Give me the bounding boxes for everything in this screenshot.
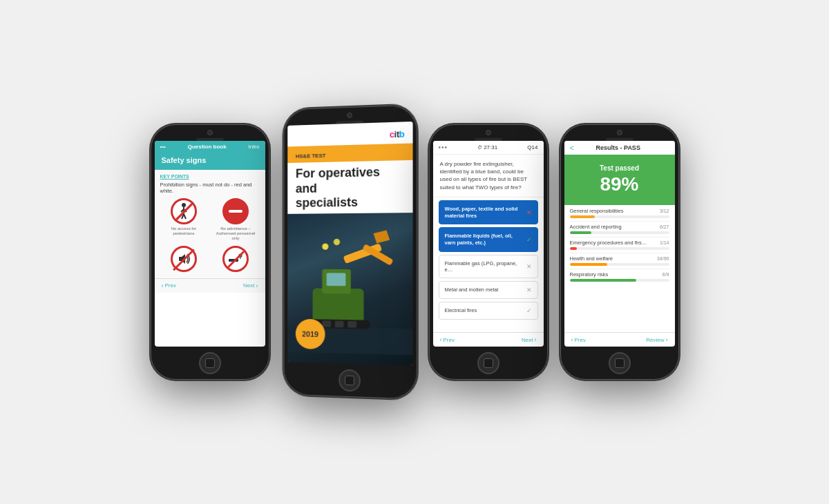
phone2-home-btn[interactable] [338, 369, 360, 392]
phone4-review-label: Review [646, 337, 664, 343]
option-4[interactable]: Metal and molten metal ✕ [439, 281, 538, 299]
result-emergency-fill [570, 247, 577, 250]
result-health-label: Health and welfare [570, 255, 613, 262]
result-respiratory: Respiratory risks 6/9 [570, 271, 669, 284]
phone-4: < Results - PASS Test passed 89% General… [560, 124, 679, 380]
phones-container: ••• Question book Intro Safety signs KEY… [137, 93, 693, 411]
svg-rect-12 [312, 288, 363, 324]
phone1-section-header: Safety signs [155, 153, 265, 170]
phone-1: ••• Question book Intro Safety signs KEY… [151, 124, 269, 380]
sign-no-entry: No admittance – Authorised personnel onl… [212, 198, 260, 242]
result-accident-label: Accident and reporting [570, 224, 622, 230]
result-accident: Accident and reporting 6/27 [570, 224, 669, 238]
phone1-title: Question book [188, 144, 227, 150]
result-emergency-label: Emergency procedures and firs… [570, 240, 647, 246]
phone3-prev-btn[interactable]: ‹ Prev [440, 336, 455, 343]
phone2-home-inner [344, 376, 354, 385]
phone3-dots: ••• [439, 144, 448, 151]
result-health-fill [570, 263, 608, 266]
option-4-icon: ✕ [526, 287, 532, 293]
result-health-score: 34/90 [657, 256, 669, 261]
option-1[interactable]: Wood, paper, textile and solid material … [439, 200, 538, 225]
phone2-heading-text: For operatives andspecialists [295, 164, 403, 211]
result-respiratory-score: 6/9 [663, 272, 669, 277]
phone1-prev-btn[interactable]: ‹ Prev [162, 282, 176, 289]
phone1-home-btn[interactable] [199, 352, 221, 374]
option-1-icon: ✕ [526, 209, 532, 216]
option-5[interactable]: Electrical fires ✓ [439, 302, 538, 320]
phone1-dots: ••• [160, 144, 166, 150]
phone2-band-text: HS&E TEST [295, 153, 325, 159]
citb-c: c [389, 129, 394, 139]
phone1-statusbar: ••• Question book Intro [155, 141, 265, 153]
option-3[interactable]: Flammable gas (LPG, propane, e… ✕ [439, 255, 538, 278]
phone2-image-area: 2019 [287, 213, 412, 366]
result-respiratory-fill [570, 279, 636, 282]
phone3-bottom-nav: ‹ Prev Next › [433, 332, 544, 347]
phone1-section-title: Safety signs [162, 156, 258, 164]
camera [207, 130, 213, 135]
phone4-home-inner [615, 358, 625, 368]
result-general: General responsibilities 3/12 [570, 208, 669, 222]
phone4-prev-btn[interactable]: ‹ Prev [571, 336, 586, 343]
phone4-statusbar: < Results - PASS [564, 141, 675, 155]
option-5-text: Electrical fires [445, 307, 524, 313]
prev-chevron: ‹ [162, 282, 164, 289]
phone4-prev-label: Prev [575, 337, 586, 343]
camera3 [486, 130, 491, 135]
svg-point-23 [333, 239, 339, 245]
phone1-next-btn[interactable]: Next › [243, 282, 258, 289]
svg-point-22 [322, 243, 328, 249]
phone3-next-btn[interactable]: Next › [522, 336, 536, 343]
sign-smoking [212, 246, 260, 274]
option-3-icon: ✕ [526, 263, 532, 270]
phone1-key-points: KEY POINTS [160, 174, 260, 179]
phone3-statusbar: ••• ⏱ 27:31 Q14 [433, 141, 544, 155]
phone3-next-label: Next [522, 337, 533, 343]
phone3-top [429, 124, 548, 141]
phone4-status-title: Results - PASS [596, 144, 640, 151]
phone2-year-badge: 2019 [295, 319, 325, 349]
citb-t: t [396, 129, 399, 139]
result-general-score: 3/12 [660, 209, 669, 213]
result-health: Health and welfare 34/90 [570, 255, 669, 269]
phone4-home-btn[interactable] [609, 352, 631, 374]
phone3-options: Wood, paper, textile and solid material … [433, 197, 544, 322]
phone3-timer: ⏱ 27:31 [477, 144, 497, 151]
phone1-signs-row1: No access for pedestrians No admittance … [160, 198, 260, 242]
phone3-question: A dry powder fire extinguisher, identifi… [433, 155, 544, 197]
phone4-review-btn[interactable]: Review › [646, 336, 667, 343]
phone-3: ••• ⏱ 27:31 Q14 A dry powder fire exting… [429, 124, 548, 380]
phone3-home-btn[interactable] [477, 352, 499, 374]
svg-rect-19 [322, 320, 331, 327]
result-respiratory-bar [570, 279, 669, 282]
phone2-top-white: citb [287, 122, 412, 146]
phone4-screen: < Results - PASS Test passed 89% General… [564, 141, 675, 347]
next-chevron: › [256, 282, 258, 289]
phone3-question-num: Q14 [527, 144, 537, 151]
phone4-back[interactable]: < [570, 144, 574, 152]
result-respiratory-label: Respiratory risks [570, 271, 609, 278]
sign-no-entry-caption: No admittance – Authorised personnel onl… [212, 226, 260, 242]
sign-no-entry-circle [222, 198, 249, 224]
phone1-prev-label: Prev [165, 282, 176, 289]
result-emergency-row: Emergency procedures and firs… 1/14 [570, 240, 669, 246]
sign-pedestrian: No access for pedestrians [160, 198, 208, 242]
phone1-top [151, 124, 269, 141]
camera4 [617, 130, 622, 135]
phone4-percentage: 89% [571, 173, 668, 195]
option-2[interactable]: Flammable liquids (fuel, oil, varn paint… [439, 227, 538, 252]
option-2-icon: ✓ [526, 236, 532, 243]
svg-line-5 [184, 214, 186, 219]
sign-pedestrian-circle [171, 198, 197, 224]
phone3-screen: ••• ⏱ 27:31 Q14 A dry powder fire exting… [433, 141, 544, 347]
phone2-screen: citb HS&E TEST For operatives andspecial… [287, 122, 412, 366]
result-general-label: General responsibilities [570, 208, 624, 214]
result-emergency-bar [570, 247, 669, 250]
option-1-text: Wood, paper, textile and solid material … [445, 206, 524, 220]
phone-2: citb HS&E TEST For operatives andspecial… [283, 104, 417, 399]
result-general-bar [570, 215, 669, 218]
result-respiratory-row: Respiratory risks 6/9 [570, 271, 669, 278]
phone1-description: Prohibition signs - must not do - red an… [160, 182, 260, 194]
phone1-screen: ••• Question book Intro Safety signs KEY… [155, 141, 265, 347]
